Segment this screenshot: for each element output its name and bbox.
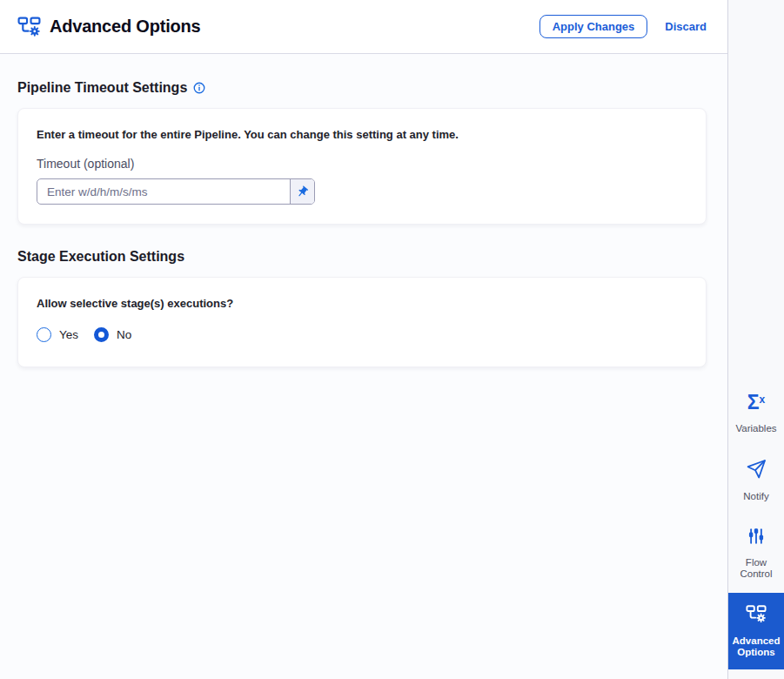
stage-execution-card: Allow selective stage(s) executions? Yes… [17, 277, 707, 367]
radio-no-label: No [117, 328, 131, 341]
sigma-x-icon: Σx [747, 393, 766, 415]
panel-header: Advanced Options Apply Changes Discard [0, 0, 727, 54]
advanced-options-panel: Advanced Options Apply Changes Discard P… [0, 0, 727, 679]
sidebar-item-label: Flow Control [732, 557, 781, 580]
radio-yes-label: Yes [59, 328, 78, 341]
timeout-input-group [37, 178, 315, 205]
radio-option-yes[interactable]: Yes [37, 327, 78, 342]
pipeline-timeout-card: Enter a timeout for the entire Pipeline.… [17, 108, 707, 225]
sidebar-item-advanced-options[interactable]: Advanced Options [728, 593, 784, 669]
timeout-label: Timeout (optional) [37, 157, 687, 171]
timeout-input[interactable] [37, 179, 290, 204]
pin-icon[interactable] [290, 179, 314, 204]
stage-execution-heading-text: Stage Execution Settings [17, 249, 184, 265]
right-sidebar: Σx Variables Notify Flow Control [727, 0, 784, 679]
sidebar-item-label: Notify [743, 491, 768, 502]
pipeline-gear-icon [746, 603, 767, 628]
sidebar-item-flow-control[interactable]: Flow Control [728, 514, 784, 592]
pipeline-timeout-heading-text: Pipeline Timeout Settings [17, 80, 187, 96]
selective-stage-radio-group: Yes No [37, 327, 687, 342]
info-icon[interactable] [193, 82, 205, 94]
page-title: Advanced Options [50, 17, 201, 37]
sidebar-item-label: Variables [735, 423, 776, 434]
sliders-icon [747, 527, 766, 549]
apply-changes-button[interactable]: Apply Changes [539, 15, 648, 38]
selective-stage-question: Allow selective stage(s) executions? [37, 297, 687, 310]
panel-content: Pipeline Timeout Settings Enter a timeou… [0, 54, 727, 679]
sidebar-item-variables[interactable]: Σx Variables [728, 380, 784, 447]
pipeline-gear-icon [17, 15, 41, 38]
timeout-description: Enter a timeout for the entire Pipeline.… [37, 128, 687, 141]
radio-option-no[interactable]: No [94, 327, 131, 342]
stage-execution-heading: Stage Execution Settings [17, 249, 707, 265]
sidebar-item-label: Advanced Options [732, 635, 781, 658]
paper-plane-icon [746, 459, 767, 483]
discard-link[interactable]: Discard [665, 20, 707, 33]
sidebar-item-notify[interactable]: Notify [728, 447, 784, 514]
radio-no[interactable] [94, 327, 109, 342]
pipeline-timeout-heading: Pipeline Timeout Settings [17, 80, 707, 96]
radio-yes[interactable] [37, 327, 51, 342]
